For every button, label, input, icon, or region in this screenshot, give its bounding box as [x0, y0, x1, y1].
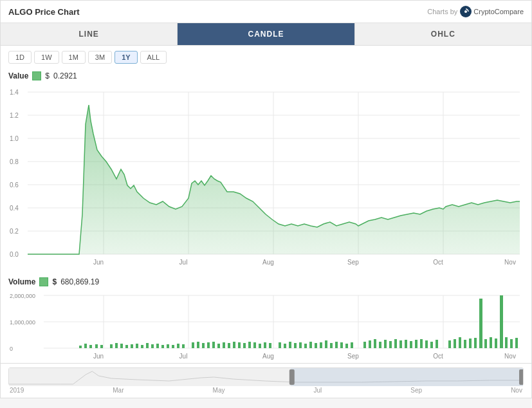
svg-rect-53 — [151, 344, 154, 348]
svg-rect-93 — [374, 339, 376, 348]
timeline-label-may: May — [213, 387, 225, 394]
svg-rect-54 — [156, 344, 159, 348]
svg-rect-112 — [479, 299, 482, 348]
svg-rect-79 — [294, 343, 297, 348]
svg-rect-72 — [253, 342, 256, 348]
btn-1w[interactable]: 1W — [34, 51, 59, 64]
svg-rect-109 — [464, 340, 466, 348]
svg-rect-61 — [197, 342, 199, 348]
btn-1m[interactable]: 1M — [62, 51, 86, 64]
svg-rect-113 — [484, 339, 487, 348]
price-chart-area: 1.4 1.2 1.0 0.8 0.6 0.4 0.2 0.0 — [1, 86, 531, 272]
volume-legend: Volume $ 680,869.19 — [1, 275, 531, 289]
svg-rect-63 — [207, 342, 210, 348]
svg-rect-51 — [141, 345, 143, 348]
volume-chart-area: 2,000,000 1,000,000 0 — [1, 289, 531, 363]
svg-rect-55 — [161, 345, 164, 348]
svg-rect-106 — [448, 340, 451, 348]
svg-text:0.2: 0.2 — [10, 228, 19, 235]
svg-rect-127 — [291, 368, 523, 386]
chart-header: ALGO Price Chart Charts by CryptoCompare — [1, 1, 531, 23]
charts-by-label: Charts by CryptoCompare — [427, 6, 524, 17]
svg-rect-92 — [369, 340, 371, 348]
chart-container: ALGO Price Chart Charts by CryptoCompare… — [0, 0, 532, 398]
svg-rect-107 — [454, 339, 456, 348]
cc-icon — [460, 6, 472, 17]
btn-1d[interactable]: 1D — [8, 51, 32, 64]
volume-legend-color — [39, 277, 48, 286]
svg-rect-50 — [136, 344, 138, 348]
svg-rect-94 — [379, 342, 381, 348]
price-currency: $ — [45, 71, 50, 80]
svg-text:Oct: Oct — [433, 353, 443, 360]
svg-text:0.0: 0.0 — [10, 251, 19, 258]
cc-label: CryptoCompare — [473, 8, 524, 15]
svg-text:Aug: Aug — [262, 353, 274, 360]
svg-rect-88 — [340, 342, 343, 348]
svg-rect-80 — [299, 342, 302, 348]
svg-text:Jun: Jun — [93, 353, 104, 360]
svg-rect-77 — [284, 344, 286, 348]
svg-rect-91 — [363, 342, 366, 348]
svg-rect-84 — [320, 342, 322, 348]
btn-1y[interactable]: 1Y — [115, 51, 137, 64]
chart-tabs: LINE CANDLE OHLC — [1, 23, 531, 46]
svg-rect-114 — [490, 337, 492, 348]
svg-text:1,000,000: 1,000,000 — [10, 319, 35, 326]
timeline-label-2019: 2019 — [10, 387, 24, 394]
svg-rect-56 — [167, 344, 169, 348]
svg-text:0: 0 — [10, 346, 13, 352]
svg-rect-118 — [510, 339, 513, 348]
svg-rect-111 — [474, 338, 477, 348]
volume-label-text: Volume — [8, 277, 35, 286]
svg-rect-68 — [233, 342, 235, 348]
svg-rect-97 — [394, 339, 397, 348]
svg-rect-70 — [243, 343, 246, 348]
svg-text:Jun: Jun — [93, 259, 104, 266]
svg-rect-71 — [248, 342, 251, 348]
svg-rect-129 — [519, 369, 523, 385]
svg-rect-86 — [330, 343, 333, 348]
svg-rect-87 — [335, 342, 338, 348]
svg-rect-104 — [430, 342, 433, 348]
svg-rect-128 — [289, 369, 295, 385]
cryptocompare-logo: CryptoCompare — [460, 6, 524, 17]
svg-rect-110 — [469, 338, 472, 348]
volume-chart-svg: 2,000,000 1,000,000 0 — [8, 289, 525, 363]
price-legend-color — [32, 71, 41, 80]
svg-rect-65 — [217, 344, 220, 348]
svg-text:1.2: 1.2 — [10, 112, 19, 119]
time-range-buttons: 1D 1W 1M 3M 1Y ALL — [1, 46, 531, 69]
svg-text:0.6: 0.6 — [10, 181, 19, 189]
svg-rect-103 — [425, 340, 428, 348]
svg-rect-66 — [223, 342, 225, 348]
svg-rect-59 — [182, 344, 185, 348]
btn-3m[interactable]: 3M — [88, 51, 112, 64]
svg-text:Aug: Aug — [262, 259, 274, 266]
svg-rect-96 — [389, 341, 392, 348]
svg-rect-73 — [259, 344, 261, 348]
tab-line[interactable]: LINE — [1, 23, 178, 45]
tab-candle[interactable]: CANDLE — [178, 23, 354, 45]
svg-rect-105 — [436, 340, 438, 348]
tab-ohlc[interactable]: OHLC — [355, 23, 531, 45]
svg-rect-108 — [459, 337, 461, 348]
svg-rect-45 — [110, 344, 113, 348]
svg-text:Nov: Nov — [504, 259, 516, 266]
svg-rect-75 — [269, 343, 271, 348]
svg-rect-95 — [384, 340, 387, 348]
svg-rect-83 — [315, 343, 317, 348]
svg-text:Jul: Jul — [179, 353, 188, 360]
svg-text:0.8: 0.8 — [10, 158, 19, 165]
volume-currency: $ — [52, 277, 57, 286]
svg-rect-119 — [515, 338, 518, 348]
svg-rect-67 — [228, 343, 230, 348]
svg-text:Sep: Sep — [347, 259, 359, 266]
svg-text:Jul: Jul — [179, 259, 188, 266]
svg-point-1 — [464, 10, 467, 13]
volume-value: 680,869.19 — [60, 277, 99, 286]
chart-title: ALGO Price Chart — [8, 7, 80, 17]
btn-all[interactable]: ALL — [140, 51, 167, 64]
svg-rect-76 — [279, 342, 281, 348]
svg-rect-102 — [420, 339, 423, 348]
